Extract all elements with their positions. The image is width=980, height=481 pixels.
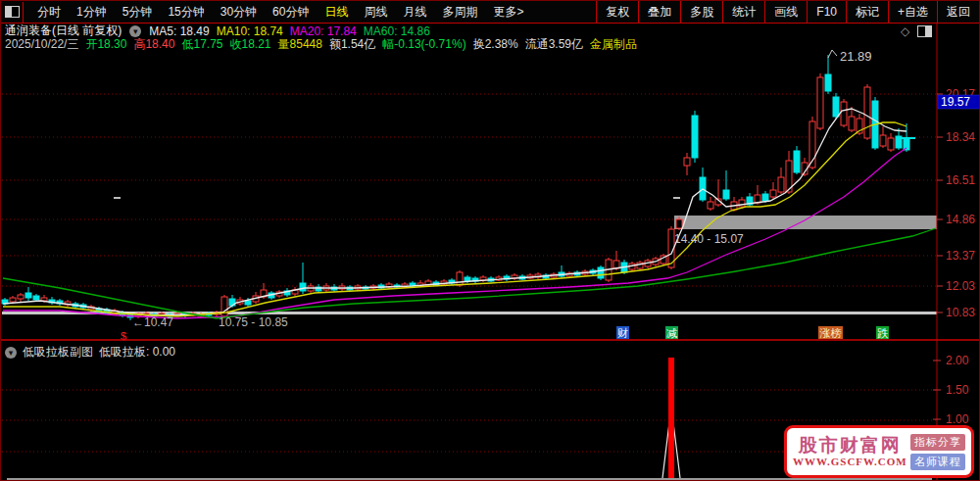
menu-item-daily[interactable]: 日线 <box>317 4 356 21</box>
consolidation-band <box>674 216 937 229</box>
quote-token-3: 收18.21 <box>230 37 271 51</box>
menu-item-monthly[interactable]: 月线 <box>395 4 434 21</box>
event-badge-label: 财 <box>617 327 628 339</box>
candlestick <box>723 190 729 199</box>
quote-token-8: 流通3.59亿 <box>525 37 583 51</box>
split-window-icon <box>5 6 20 18</box>
menu-item-f10[interactable]: F10 <box>807 1 846 23</box>
watermark: 股市财富网 WWW.GSCFW.COM 指标分享 名师课程 <box>784 425 974 478</box>
quote-row: 2025/10/22/三 开18.30高18.40低17.75收18.21量85… <box>5 38 644 51</box>
low-price-label: ←10.47 <box>132 315 173 329</box>
candlestick <box>684 158 690 166</box>
candlestick <box>676 219 682 228</box>
subchart-title: 低吸拉板副图 <box>23 344 93 361</box>
menu-item-zixuan[interactable]: +自选 <box>888 1 937 23</box>
menu-item-multi-period[interactable]: 多周期 <box>434 4 485 21</box>
menu-item-biaoji[interactable]: 标记 <box>846 1 888 23</box>
menu-item-diejia[interactable]: 叠加 <box>638 1 680 23</box>
watermark-title: 股市财富网 <box>799 436 902 457</box>
quote-values: 开18.30高18.40低17.75收18.21量85448额1.54亿幅-0.… <box>85 36 644 53</box>
quote-token-5: 额1.54亿 <box>329 37 375 51</box>
quote-date: 2025/10/22/三 <box>5 36 78 53</box>
candlestick <box>245 301 251 305</box>
ma20-line <box>3 148 906 318</box>
watermark-badge-1: 指标分享 <box>910 434 965 451</box>
current-price-label: 19.57 <box>941 95 970 109</box>
candlestick <box>794 151 800 172</box>
candlestick <box>739 200 745 207</box>
menu-item-tongji[interactable]: 统计 <box>722 1 764 23</box>
peak-flag-icon <box>828 50 837 58</box>
candlestick <box>841 102 847 125</box>
menu-item-more[interactable]: 更多> <box>485 4 531 21</box>
quote-token-4: 量85448 <box>278 37 322 51</box>
menu-item-duogu[interactable]: 多股 <box>680 1 722 23</box>
menu-item-huaxian[interactable]: 画线 <box>764 1 807 23</box>
price-axis-label: 10.83 <box>946 306 975 319</box>
candlestick <box>692 116 698 158</box>
price-axis-label: 14.86 <box>946 213 975 226</box>
price-axis-label: 13.37 <box>946 249 975 263</box>
tools-menu: 复权叠加多股统计画线F10标记+自选返回 <box>596 1 979 23</box>
signal-spike-bar <box>668 358 674 478</box>
candlestick <box>10 298 16 302</box>
peak-price-label: 21.89 <box>840 49 872 64</box>
menu-item-15min[interactable]: 15分钟 <box>160 4 212 21</box>
price-axis-label: 12.03 <box>946 279 975 293</box>
candlestick <box>849 117 855 130</box>
range-mid-label: 14.40 - 15.07 <box>674 232 744 246</box>
top-menubar: 分时1分钟5分钟15分钟30分钟60分钟日线周线月线多周期更多> 复权叠加多股统… <box>1 1 979 24</box>
menu-item-5min[interactable]: 5分钟 <box>115 4 161 21</box>
event-badge-label: 减 <box>666 327 677 339</box>
subchart-value: 低吸拉板: 0.00 <box>99 344 175 361</box>
candlestick <box>221 297 227 316</box>
menu-item-weekly[interactable]: 周线 <box>356 4 395 21</box>
candlestick <box>41 298 47 301</box>
menu-item-1min[interactable]: 1分钟 <box>69 4 115 21</box>
candlestick <box>465 277 470 281</box>
menu-item-fanhui[interactable]: 返回 <box>937 1 979 23</box>
candlestick <box>817 77 823 128</box>
candlestick <box>770 190 776 197</box>
trading-app-window: 分时1分钟5分钟15分钟30分钟60分钟日线周线月线多周期更多> 复权叠加多股统… <box>0 0 980 481</box>
quote-token-6: 幅-0.13(-0.71%) <box>382 37 466 51</box>
candlestick <box>613 261 619 268</box>
period-menu: 分时1分钟5分钟15分钟30分钟60分钟日线周线月线多周期更多> <box>24 4 596 21</box>
candlestick <box>18 295 24 299</box>
menu-item-fenshi[interactable]: 分时 <box>29 4 69 21</box>
candlestick <box>598 267 604 278</box>
main-chart-canvas[interactable]: 21.89←10.4710.75 - 10.8514.40 - 15.07$20… <box>1 1 980 481</box>
candlestick <box>25 293 31 298</box>
sub-axis-label: 1.50 <box>946 383 969 397</box>
quote-token-9: 金属制品 <box>590 37 637 51</box>
sub-axis-label: 1.00 <box>946 412 969 426</box>
candlestick <box>300 283 306 291</box>
candlestick <box>833 97 839 117</box>
candlestick <box>708 202 713 209</box>
range-low-label: 10.75 - 10.85 <box>219 315 288 329</box>
price-axis-label: 18.34 <box>946 130 975 144</box>
quote-token-2: 低17.75 <box>181 37 222 51</box>
event-badge-label: 跌 <box>877 327 889 339</box>
ma60-line <box>3 228 936 318</box>
candlestick <box>33 296 39 300</box>
diamond-icon[interactable]: ◇ <box>901 25 909 37</box>
sub-axis-label: 2.00 <box>946 354 969 367</box>
window-layout-button[interactable] <box>1 2 24 23</box>
quote-token-7: 换2.38% <box>473 37 518 51</box>
candlestick <box>825 74 831 91</box>
candlestick <box>880 135 886 146</box>
candlestick <box>888 138 894 150</box>
pane-toggle-icon[interactable] <box>917 25 932 37</box>
subchart-chevron-icon[interactable]: ▾ <box>5 347 17 359</box>
watermark-badge-2: 名师课程 <box>910 454 965 470</box>
watermark-url: WWW.GSCFW.COM <box>793 456 907 467</box>
candlestick <box>864 87 870 138</box>
candlestick <box>762 194 768 201</box>
menu-item-fuquan[interactable]: 复权 <box>596 1 638 23</box>
menu-item-30min[interactable]: 30分钟 <box>213 4 265 21</box>
collapse-chevron-icon[interactable]: ▾ <box>129 25 141 37</box>
candlestick <box>778 177 784 192</box>
menu-item-60min[interactable]: 60分钟 <box>265 4 317 21</box>
quote-token-1: 高18.40 <box>133 37 174 51</box>
